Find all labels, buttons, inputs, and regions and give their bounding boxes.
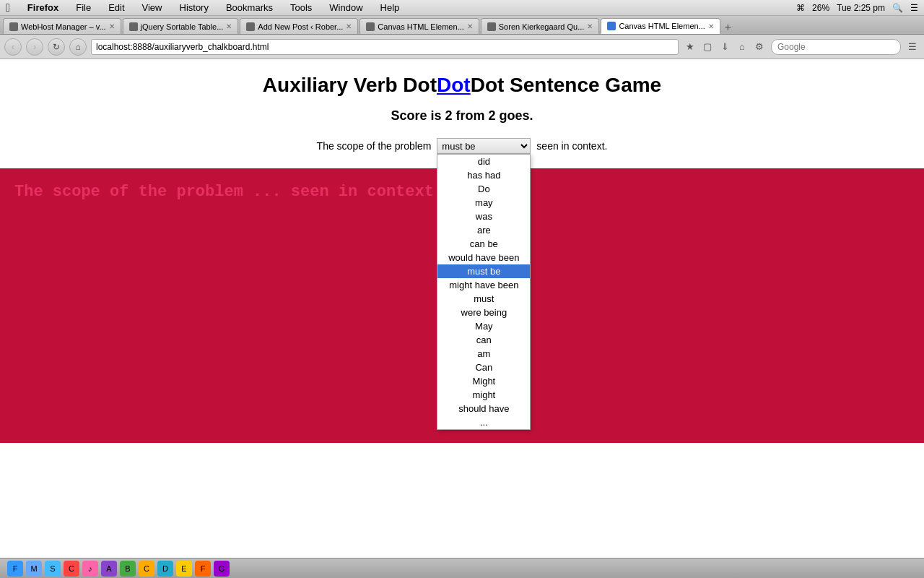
tab-5-label: Canvas HTML Elemen...	[619, 22, 705, 30]
menu-history[interactable]: History	[177, 2, 212, 13]
menubar-right: ⌘ 26% Tue 2:25 pm 🔍 ☰	[796, 3, 918, 13]
dropdown-option-was[interactable]: was	[437, 210, 530, 223]
tab-3[interactable]: Canvas HTML Elemen... ✕	[359, 18, 479, 34]
dropdown-option-are[interactable]: are	[437, 223, 530, 237]
menu-tools[interactable]: Tools	[287, 2, 315, 13]
reload-button[interactable]: ↻	[48, 38, 65, 56]
back-button[interactable]: ‹	[4, 38, 22, 56]
dropdown-option-May[interactable]: May	[437, 319, 530, 333]
dock-app5[interactable]: E	[176, 561, 192, 577]
tab-3-close[interactable]: ✕	[467, 22, 473, 30]
menu-icon[interactable]: ☰	[905, 40, 920, 54]
tab-bar: WebHost Manager – v... ✕ jQuery Sortable…	[0, 16, 924, 35]
dropdown-option-were-being[interactable]: were being	[437, 306, 530, 319]
menu-firefox[interactable]: Firefox	[25, 2, 61, 13]
download-icon[interactable]: ⇓	[718, 40, 732, 54]
dropdown-option-must-be[interactable]: must be	[437, 264, 530, 278]
tab-4[interactable]: Soren Kierkegaard Qu... ✕	[481, 18, 600, 34]
dropdown-option-can-be[interactable]: can be	[437, 237, 530, 251]
dock-mail[interactable]: M	[26, 561, 42, 577]
wifi-icon: ⌘	[796, 3, 805, 13]
dock-app2[interactable]: B	[120, 561, 136, 577]
dropdown-option-can[interactable]: can	[437, 333, 530, 347]
tab-1-favicon	[129, 22, 138, 31]
dropdown-container: ... did has had Do may was are can be wo…	[437, 138, 531, 154]
dock-app7[interactable]: G	[214, 561, 230, 577]
forward-button[interactable]: ›	[26, 38, 43, 56]
tab-0-close[interactable]: ✕	[109, 22, 115, 30]
addon-icon[interactable]: ⚙	[752, 40, 767, 54]
tab-4-close[interactable]: ✕	[587, 22, 593, 30]
dock-app1[interactable]: A	[101, 561, 117, 577]
list-icon[interactable]: ☰	[910, 3, 918, 13]
tab-5-favicon	[607, 22, 616, 30]
menu-bar:  Firefox File Edit View History Bookmar…	[0, 0, 924, 16]
tab-3-label: Canvas HTML Elemen...	[378, 22, 463, 31]
search-icon[interactable]: 🔍	[892, 3, 903, 13]
menu-window[interactable]: Window	[326, 2, 365, 13]
apple-menu[interactable]: 	[6, 1, 10, 14]
dock-app4[interactable]: D	[157, 561, 173, 577]
url-input[interactable]	[91, 39, 679, 55]
chalkboard-text: The scope of the problem ... seen in con…	[14, 183, 443, 201]
new-tab-button[interactable]: +	[722, 21, 734, 34]
search-input[interactable]	[771, 39, 901, 55]
dropdown-option-ellipsis[interactable]: ...	[437, 415, 530, 429]
dropdown-option-would-have-been[interactable]: would have been	[437, 251, 530, 264]
tab-2-close[interactable]: ✕	[346, 22, 352, 30]
menu-view[interactable]: View	[139, 2, 165, 13]
dropdown-option-am[interactable]: am	[437, 347, 530, 361]
dropdown-option-might-have-been[interactable]: might have been	[437, 278, 530, 292]
tab-2-favicon	[246, 22, 255, 31]
dropdown-option-should-have[interactable]: should have	[437, 402, 530, 415]
menu-bookmarks[interactable]: Bookmarks	[223, 2, 276, 13]
tab-5-close[interactable]: ✕	[708, 22, 714, 30]
dropdown-option-Might[interactable]: Might	[437, 374, 530, 388]
dropdown-option-did[interactable]: did	[437, 155, 530, 168]
dropdown-open: did has had Do may was are can be would …	[437, 154, 531, 430]
menu-edit[interactable]: Edit	[105, 2, 127, 13]
page-inner: Auxiliary Verb DotDotDot Sentence Game S…	[0, 59, 924, 168]
tab-1[interactable]: jQuery Sortable Table... ✕	[123, 18, 239, 34]
dropdown-option-might[interactable]: might	[437, 388, 530, 402]
dock-app3[interactable]: C	[139, 561, 154, 577]
tab-4-favicon	[487, 22, 496, 31]
addressbar-icons: ★ ▢ ⇓ ⌂ ⚙	[683, 40, 767, 54]
verb-select[interactable]: ... did has had Do may was are can be wo…	[437, 138, 531, 154]
clock: Tue 2:25 pm	[837, 3, 885, 13]
dock-safari[interactable]: S	[45, 561, 61, 577]
dock-finder[interactable]: F	[7, 561, 23, 577]
tab-5[interactable]: Canvas HTML Elemen... ✕	[601, 18, 720, 34]
sentence-suffix: seen in context.	[536, 140, 607, 152]
dock-itunes[interactable]: ♪	[82, 561, 98, 577]
tab-0[interactable]: WebHost Manager – v... ✕	[3, 18, 121, 34]
dropdown-option-must[interactable]: must	[437, 292, 530, 306]
dropdown-option-has-had[interactable]: has had	[437, 168, 530, 182]
title-suffix: Dot Sentence Game	[471, 74, 662, 96]
menu-help[interactable]: Help	[378, 2, 403, 13]
title-link[interactable]: Dot	[437, 74, 471, 96]
tab-1-close[interactable]: ✕	[226, 22, 232, 30]
bookmark-icon[interactable]: ▢	[700, 40, 715, 54]
dropdown-option-may[interactable]: may	[437, 196, 530, 210]
dropdown-option-Do[interactable]: Do	[437, 182, 530, 196]
tab-2[interactable]: Add New Post ‹ Rober... ✕	[240, 18, 358, 34]
dropdown-option-Can[interactable]: Can	[437, 361, 530, 374]
menu-file[interactable]: File	[73, 2, 94, 13]
address-bar: ‹ › ↻ ⌂ ★ ▢ ⇓ ⌂ ⚙ ☰	[0, 35, 924, 59]
tab-1-label: jQuery Sortable Table...	[141, 22, 224, 31]
tab-3-favicon	[366, 22, 375, 31]
dock-app6[interactable]: F	[195, 561, 211, 577]
home-icon[interactable]: ⌂	[735, 40, 749, 54]
score-text: Score is 2 from 2 goes.	[391, 108, 533, 123]
tab-2-label: Add New Post ‹ Rober...	[258, 22, 343, 31]
dock: F M S C ♪ A B C D E F G	[0, 558, 924, 578]
bookmark-star-icon[interactable]: ★	[683, 40, 697, 54]
page-content: Auxiliary Verb DotDotDot Sentence Game S…	[0, 59, 924, 558]
sentence-row: The scope of the problem ... did has had…	[14, 138, 910, 154]
home-button[interactable]: ⌂	[69, 38, 87, 56]
page-title: Auxiliary Verb DotDotDot Sentence Game	[14, 74, 910, 97]
tab-4-label: Soren Kierkegaard Qu...	[499, 22, 585, 31]
battery-text: 26%	[812, 3, 829, 13]
dock-calendar[interactable]: C	[64, 561, 79, 577]
